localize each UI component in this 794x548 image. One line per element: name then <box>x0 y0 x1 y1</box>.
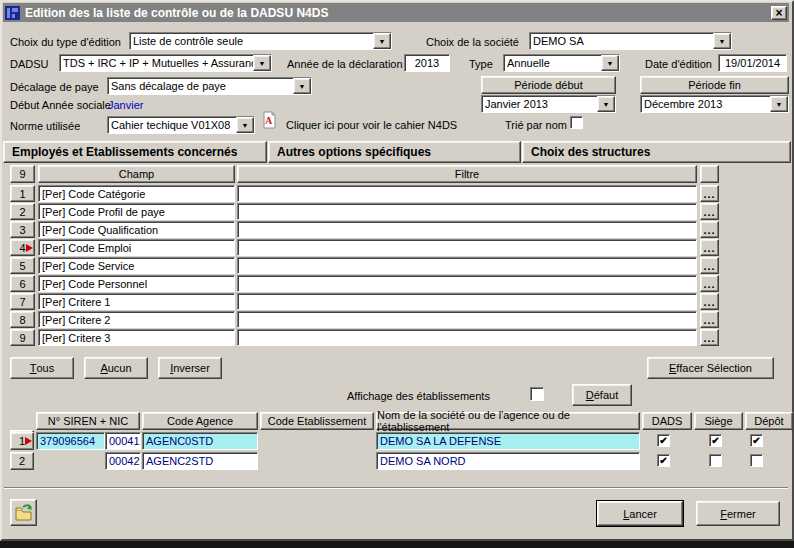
row-number-button[interactable]: 4 <box>10 239 35 256</box>
etab-header-depot[interactable]: Dépôt <box>745 412 793 430</box>
pdf-icon[interactable]: A <box>261 111 278 129</box>
dads-checkbox[interactable]: ✔ <box>657 434 670 447</box>
annee-input[interactable] <box>404 54 450 72</box>
debut-annee-sociale-value[interactable]: Janvier <box>108 99 143 111</box>
nom-cell[interactable]: DEMO SA NORD <box>376 452 640 470</box>
type-edition-combobox[interactable]: Liste de contrôle seule ▼ <box>129 32 392 50</box>
champ-cell[interactable]: [Per] Critere 2 <box>38 311 235 328</box>
effacer-selection-button[interactable]: Effacer Sélection <box>647 357 774 379</box>
affichage-etablissements-checkbox[interactable] <box>530 387 544 401</box>
champ-cell[interactable]: [Per] Code Emploi <box>38 239 235 256</box>
nic-cell[interactable]: 00041 <box>105 432 141 450</box>
filtre-cell[interactable] <box>237 185 697 202</box>
dads-checkbox[interactable]: ✔ <box>657 454 670 467</box>
chevron-down-icon[interactable]: ▼ <box>597 96 615 112</box>
periode-debut-combobox[interactable]: Janvier 2013 ▼ <box>481 95 616 113</box>
tab-choix-structures[interactable]: Choix des structures <box>522 141 791 163</box>
etab-header-nom[interactable]: Nom de la société ou de l'agence ou de l… <box>376 412 640 430</box>
chevron-down-icon[interactable]: ▼ <box>713 33 731 49</box>
row-number-button[interactable]: 2 <box>10 203 35 220</box>
row-number-button[interactable]: 8 <box>10 311 35 328</box>
filter-table-header-champ[interactable]: Champ <box>38 165 235 183</box>
etab-header-agence[interactable]: Code Agence <box>142 412 258 430</box>
periode-debut-button[interactable]: Période début <box>481 76 616 94</box>
filtre-cell[interactable] <box>237 239 697 256</box>
filter-picker-button[interactable]: ... <box>700 329 719 346</box>
row-number-button[interactable]: 7 <box>10 293 35 310</box>
siren-cell[interactable]: 379096564 <box>36 432 105 450</box>
titlebar[interactable]: Edition des la liste de contrôle ou de l… <box>3 3 789 22</box>
chevron-down-icon[interactable]: ▼ <box>253 55 271 71</box>
row-number-button[interactable]: 1 <box>10 432 34 450</box>
champ-cell[interactable]: [Per] Code Qualification <box>38 221 235 238</box>
filter-picker-button[interactable]: ... <box>700 275 719 292</box>
tab-employes-etablissements[interactable]: Employés et Etablissements concernés <box>3 141 267 163</box>
depot-checkbox[interactable] <box>750 454 763 467</box>
filter-picker-button[interactable]: ... <box>700 221 719 238</box>
filter-table-header-filtre[interactable]: Filtre <box>237 165 697 183</box>
lancer-button[interactable]: Lancer <box>596 500 684 527</box>
filtre-cell[interactable] <box>237 311 697 328</box>
date-edition-input[interactable] <box>718 54 787 72</box>
trie-par-nom-checkbox[interactable] <box>570 116 583 129</box>
chevron-down-icon[interactable]: ▼ <box>293 78 311 94</box>
cahier-n4ds-link[interactable]: Cliquer ici pour voir le cahier N4DS <box>286 119 457 131</box>
norme-combobox[interactable]: Cahier techique V01X08 ▼ <box>107 116 255 134</box>
decalage-combobox[interactable]: Sans décalage de paye ▼ <box>107 77 312 95</box>
type-value: Annuelle <box>504 55 601 71</box>
fermer-button[interactable]: Fermer <box>696 501 780 526</box>
chevron-down-icon[interactable]: ▼ <box>770 96 788 112</box>
depot-checkbox[interactable]: ✔ <box>750 434 763 447</box>
filtre-cell[interactable] <box>237 203 697 220</box>
societe-combobox[interactable]: DEMO SA ▼ <box>529 32 732 50</box>
etab-header-dads[interactable]: DADS <box>642 412 692 430</box>
close-icon[interactable]: × <box>771 6 787 20</box>
siege-checkbox[interactable] <box>709 454 722 467</box>
filter-picker-button[interactable]: ... <box>700 311 719 328</box>
filter-picker-button[interactable]: ... <box>700 239 719 256</box>
aucun-button[interactable]: Aucun <box>84 357 148 379</box>
siege-checkbox[interactable]: ✔ <box>709 434 722 447</box>
export-button[interactable] <box>10 499 37 526</box>
debut-annee-sociale-label: Début Année sociale <box>10 99 111 111</box>
champ-cell[interactable]: [Per] Code Service <box>38 257 235 274</box>
etab-header-siege[interactable]: Siège <box>694 412 743 430</box>
champ-cell[interactable]: [Per] Code Profil de paye <box>38 203 235 220</box>
filtre-cell[interactable] <box>237 221 697 238</box>
filter-picker-button[interactable]: ... <box>700 185 719 202</box>
row-number-button[interactable]: 9 <box>10 329 35 346</box>
chevron-down-icon[interactable]: ▼ <box>601 55 619 71</box>
row-number-button[interactable]: 5 <box>10 257 35 274</box>
champ-cell[interactable]: [Per] Code Catégorie <box>38 185 235 202</box>
chevron-down-icon[interactable]: ▼ <box>373 33 391 49</box>
periode-fin-combobox[interactable]: Décembre 2013 ▼ <box>640 95 789 113</box>
row-number-button[interactable]: 6 <box>10 275 35 292</box>
etab-header-etablissement[interactable]: Code Etablissement <box>260 412 374 430</box>
filtre-cell[interactable] <box>237 329 697 346</box>
champ-cell[interactable]: [Per] Code Personnel <box>38 275 235 292</box>
filter-picker-button[interactable]: ... <box>700 203 719 220</box>
periode-fin-button[interactable]: Période fin <box>640 76 789 94</box>
nom-cell[interactable]: DEMO SA LA DEFENSE <box>376 432 640 450</box>
code-agence-cell[interactable]: AGENC2STD <box>142 452 258 470</box>
inverser-button[interactable]: Inverser <box>158 357 222 379</box>
tab-autres-options[interactable]: Autres options spécifiques <box>268 141 521 163</box>
type-combobox[interactable]: Annuelle ▼ <box>503 54 620 72</box>
filter-picker-button[interactable]: ... <box>700 293 719 310</box>
code-agence-cell[interactable]: AGENC0STD <box>142 432 258 450</box>
row-number-button[interactable]: 2 <box>10 452 34 470</box>
filter-picker-button[interactable]: ... <box>700 257 719 274</box>
chevron-down-icon[interactable]: ▼ <box>236 117 254 133</box>
tous-button[interactable]: Tous <box>10 357 74 379</box>
nic-cell[interactable]: 00042 <box>105 452 141 470</box>
dadsu-combobox[interactable]: TDS + IRC + IP + Mutuelles + Assuranc ▼ <box>59 54 272 72</box>
etab-header-siren[interactable]: N° SIREN + NIC <box>36 412 140 430</box>
defaut-button[interactable]: Défaut <box>572 384 632 406</box>
row-number-button[interactable]: 1 <box>10 185 35 202</box>
filtre-cell[interactable] <box>237 257 697 274</box>
filtre-cell[interactable] <box>237 275 697 292</box>
champ-cell[interactable]: [Per] Critere 1 <box>38 293 235 310</box>
filtre-cell[interactable] <box>237 293 697 310</box>
row-number-button[interactable]: 3 <box>10 221 35 238</box>
champ-cell[interactable]: [Per] Critere 3 <box>38 329 235 346</box>
